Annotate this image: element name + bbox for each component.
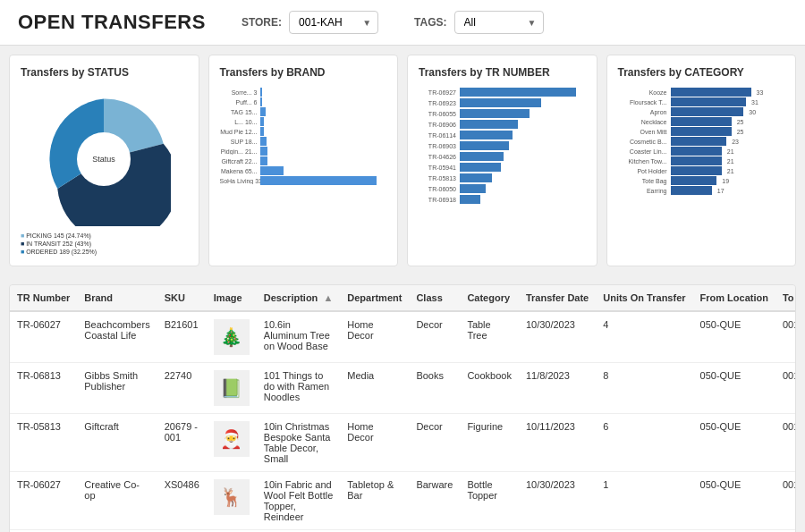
brand-chart-title: Transfers by BRAND bbox=[220, 66, 387, 79]
tr-bar-row: TR-06114 bbox=[419, 131, 586, 139]
brand-bar-fill bbox=[260, 127, 265, 136]
col-transfer-date: Transfer Date bbox=[519, 285, 596, 311]
legend-in-transit: ■ IN TRANSIT 252 (43%) bbox=[21, 241, 188, 247]
header: OPEN TRANSFERS STORE: 001-KAH ▼ TAGS: Al… bbox=[0, 0, 805, 46]
cat-bar-row: Oven Mitt25 bbox=[618, 127, 785, 136]
tr-bar-label: TR-06055 bbox=[419, 111, 456, 117]
cat-bar-row: Tote Bag19 bbox=[618, 176, 785, 185]
table-cell-description: 10in Fabric and Wool Felt Bottle Topper,… bbox=[257, 472, 340, 530]
cat-bar-row: Pot Holder21 bbox=[618, 166, 785, 175]
table-body: TR-06027Beachcombers Coastal LifeB21601🎄… bbox=[10, 311, 796, 532]
col-description[interactable]: Description ▲ bbox=[257, 285, 340, 311]
table-cell-brand: Gibbs Smith Publisher bbox=[77, 363, 157, 414]
brand-chart-bars: Sorre... 3Puff... 6TAG 15...L... 10...Mu… bbox=[220, 88, 387, 231]
table-cell-units: 1 bbox=[596, 472, 692, 530]
brand-bar-row: Makena 65... bbox=[220, 166, 387, 175]
cat-bar-value: 21 bbox=[727, 168, 734, 174]
tr-chart-card: Transfers by TR NUMBER TR-06927TR-06923T… bbox=[407, 55, 597, 266]
tr-bar-fill bbox=[460, 163, 501, 172]
tr-bar-fill bbox=[460, 131, 513, 139]
brand-bar-fill bbox=[260, 176, 377, 185]
brand-bar-fill bbox=[260, 107, 266, 116]
store-label: STORE: bbox=[242, 16, 282, 29]
store-select-wrapper[interactable]: 001-KAH ▼ bbox=[289, 11, 378, 34]
tr-bar-label: TR-06050 bbox=[419, 186, 456, 192]
status-pie-chart: Status bbox=[37, 92, 171, 226]
tr-bar-fill bbox=[460, 195, 480, 204]
table-cell-class: Decor bbox=[409, 311, 460, 363]
tr-bar-row: TR-06918 bbox=[419, 195, 586, 204]
table-row[interactable]: TR-06027Beachcombers Coastal LifeB21601🎄… bbox=[10, 311, 796, 363]
brand-bar-label: TAG 15... bbox=[220, 109, 260, 115]
table-row[interactable]: TR-06813Gibbs Smith Publisher22740📗101 T… bbox=[10, 363, 796, 414]
table-cell-to_location: 001-KAH bbox=[775, 414, 796, 472]
brand-bar-row: Mud Pie 12... bbox=[220, 127, 387, 136]
col-units: Units On Transfer bbox=[596, 285, 692, 311]
table-cell-description: 101 Things to do with Ramen Noodles bbox=[257, 363, 340, 414]
transfers-table: TR Number Brand SKU Image Description ▲ … bbox=[10, 285, 796, 532]
col-from-location: From Location bbox=[693, 285, 775, 311]
table-cell-from_location: 050-QUE bbox=[693, 363, 775, 414]
tr-bar-row: TR-05813 bbox=[419, 173, 586, 182]
table-row[interactable]: TR-06027Creative Co-opXS0486🦌10in Fabric… bbox=[10, 472, 796, 530]
brand-bar-row: SUP 18... bbox=[220, 137, 387, 146]
tr-bar-label: TR-06918 bbox=[419, 197, 456, 203]
tr-bar-fill bbox=[460, 98, 541, 107]
cat-bar-fill bbox=[671, 117, 732, 126]
tr-bar-fill bbox=[460, 141, 509, 150]
cat-bar-row: Cosmetic B...23 bbox=[618, 137, 785, 146]
tr-bar-row: TR-05941 bbox=[419, 163, 586, 172]
col-class: Class bbox=[409, 285, 460, 311]
tr-chart-title: Transfers by TR NUMBER bbox=[419, 66, 586, 79]
page-title: OPEN TRANSFERS bbox=[18, 11, 206, 34]
tags-select[interactable]: All bbox=[454, 11, 544, 34]
cat-bar-row: Necklace25 bbox=[618, 117, 785, 126]
table-cell-sku: XS0486 bbox=[157, 472, 207, 530]
table-cell-class: Books bbox=[409, 363, 460, 414]
table-row[interactable]: TR-05813Giftcraft20679 - 001🎅10in Christ… bbox=[10, 414, 796, 472]
table-cell-transfer_date: 10/30/2023 bbox=[519, 472, 596, 530]
cat-bar-label: Oven Mitt bbox=[618, 129, 667, 135]
cat-chart-bars: Kooze33Floursack T...31Apron30Necklace25… bbox=[618, 88, 785, 231]
brand-bar-label: Puff... 6 bbox=[220, 99, 260, 106]
table-cell-description: 10.6in Aluminum Tree on Wood Base bbox=[257, 311, 340, 363]
brand-bar-row: Giftcraft 22... bbox=[220, 156, 387, 165]
tr-bar-label: TR-06927 bbox=[419, 89, 456, 96]
cat-bar-label: Floursack T... bbox=[618, 99, 667, 106]
tr-bar-row: TR-06927 bbox=[419, 88, 586, 97]
store-select[interactable]: 001-KAH bbox=[289, 11, 378, 34]
table-cell-department: Home Decor bbox=[340, 311, 409, 363]
legend-picking: ■ PICKING 145 (24.74%) bbox=[21, 232, 188, 239]
col-to-location: To Location bbox=[775, 285, 796, 311]
table-cell-to_location: 001-KAH bbox=[775, 363, 796, 414]
cat-bar-fill bbox=[671, 156, 722, 165]
tr-bar-label: TR-05941 bbox=[419, 165, 456, 171]
cat-bar-label: Cosmetic B... bbox=[618, 139, 667, 145]
cat-bar-fill bbox=[671, 137, 727, 146]
table-cell-image: 🎅 bbox=[207, 414, 257, 472]
brand-bar-row: L... 10... bbox=[220, 117, 387, 126]
brand-bar-fill bbox=[260, 166, 284, 175]
table-cell-image: 🦌 bbox=[207, 472, 257, 530]
legend-ordered: ■ ORDERED 189 (32.25%) bbox=[21, 249, 188, 255]
brand-bar-label: Mud Pie 12... bbox=[220, 129, 260, 135]
brand-bar-label: Pidgin... 21... bbox=[220, 148, 260, 155]
cat-bar-row: Kitchen Tow...21 bbox=[618, 156, 785, 165]
product-image: 📗 bbox=[214, 370, 250, 406]
cat-bar-row: Kooze33 bbox=[618, 88, 785, 97]
brand-bar-fill bbox=[260, 147, 268, 156]
cat-bar-row: Earring17 bbox=[618, 186, 785, 195]
cat-bar-row: Apron30 bbox=[618, 107, 785, 116]
cat-bar-value: 31 bbox=[751, 99, 758, 106]
tr-bar-row: TR-06903 bbox=[419, 141, 586, 150]
brand-bar-row: Sorre... 3 bbox=[220, 88, 387, 97]
brand-bar-row: SoHa Living 319... bbox=[220, 176, 387, 185]
cat-bar-row: Floursack T...31 bbox=[618, 97, 785, 106]
brand-bar-label: SUP 18... bbox=[220, 139, 260, 145]
tr-bar-row: TR-06055 bbox=[419, 109, 586, 118]
cat-bar-row: Coaster Lin...21 bbox=[618, 147, 785, 156]
tags-filter-group: TAGS: All ▼ bbox=[414, 11, 543, 34]
tags-select-wrapper[interactable]: All ▼ bbox=[454, 11, 544, 34]
product-image: 🎅 bbox=[214, 421, 250, 457]
tr-chart-bars: TR-06927TR-06923TR-06055TR-06906TR-06114… bbox=[419, 88, 586, 231]
